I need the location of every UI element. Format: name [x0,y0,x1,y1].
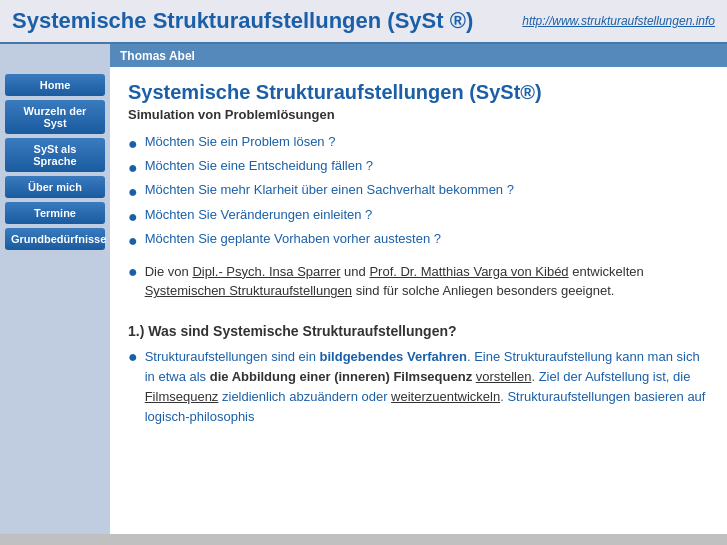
list-item: ● Möchten Sie ein Problem lösen ? [128,134,709,153]
special-bullet-list: ● Die von Dipl.- Psych. Insa Sparrer und… [128,262,709,311]
link-vorstellen[interactable]: vorstellen [476,369,532,384]
site-url[interactable]: http://www.strukturaufstellungen.info [522,14,715,28]
list-item: ● Möchten Sie mehr Klarheit über einen S… [128,182,709,201]
main-content: Thomas Abel Systemische Strukturaufstell… [110,44,727,534]
header: Systemische Strukturaufstellungen (SySt … [0,0,727,44]
bullet-icon: ● [128,347,138,366]
tab-label: Thomas Abel [120,49,195,63]
body-list-item: ● Strukturaufstellungen sind ein bildgeb… [128,347,709,433]
body-paragraph: Strukturaufstellungen sind ein bildgeben… [145,347,709,428]
list-item: ● Möchten Sie eine Entscheidung fällen ? [128,158,709,177]
nav-grundbeduerfnisse[interactable]: Grundbedürfnisse [5,228,105,250]
special-list-item: ● Die von Dipl.- Psych. Insa Sparrer und… [128,262,709,311]
list-item: ● Möchten Sie geplante Vorhaben vorher a… [128,231,709,250]
body-bullet-list: ● Strukturaufstellungen sind ein bildgeb… [128,347,709,433]
page-subtitle: Simulation von Problemlösungen [128,107,709,122]
sidebar: Home Wurzeln der Syst SySt als Sprache Ü… [0,44,110,534]
bullet-icon: ● [128,207,138,226]
page-title: Systemische Strukturaufstellungen (SySt®… [128,81,709,104]
bullet-list: ● Möchten Sie ein Problem lösen ? ● Möch… [128,134,709,250]
link-strukturaufstellungen[interactable]: Systemischen Strukturaufstellungen [145,283,352,298]
bullet-icon: ● [128,134,138,153]
tab-bar: Thomas Abel [110,44,727,67]
nav-wurzeln[interactable]: Wurzeln der Syst [5,100,105,134]
nav-home[interactable]: Home [5,74,105,96]
link-varga[interactable]: Prof. Dr. Matthias Varga von Kibéd [369,264,568,279]
link-sparrer[interactable]: Dipl.- Psych. Insa Sparrer [192,264,340,279]
list-item: ● Möchten Sie Veränderungen einleiten ? [128,207,709,226]
bullet-icon: ● [128,231,138,250]
link-weiterzuentwickeln[interactable]: weiterzuentwickeln [391,389,500,404]
bold-verfahren: bildgebendes Verfahren [320,349,467,364]
nav-termine[interactable]: Termine [5,202,105,224]
nav-sprache[interactable]: SySt als Sprache [5,138,105,172]
main-layout: Home Wurzeln der Syst SySt als Sprache Ü… [0,44,727,534]
content-area: Systemische Strukturaufstellungen (SySt®… [110,67,727,459]
link-filmsequenz[interactable]: Filmsequenz [145,389,219,404]
nav-ueber[interactable]: Über mich [5,176,105,198]
bullet-icon: ● [128,182,138,201]
bullet-icon: ● [128,158,138,177]
site-title: Systemische Strukturaufstellungen (SySt … [12,8,473,34]
special-paragraph: Die von Dipl.- Psych. Insa Sparrer und P… [145,262,709,301]
section-title: 1.) Was sind Systemische Strukturaufstel… [128,323,709,339]
dark-abbildung: die Abbildung einer (inneren) Filmsequen… [210,369,472,384]
bullet-icon: ● [128,262,138,281]
